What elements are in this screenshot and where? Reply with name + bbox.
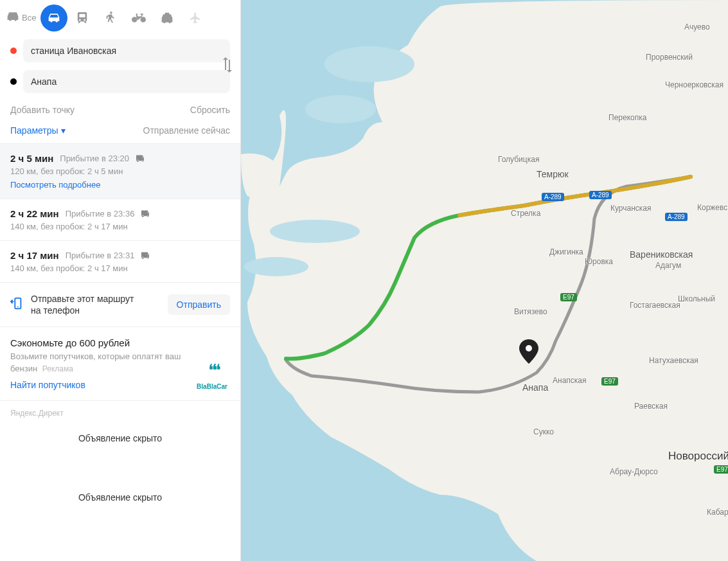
send-text: Отправьте этот маршрут на телефон <box>31 293 134 316</box>
ad-hidden-2: Объявление скрыто <box>10 488 230 522</box>
promo-card[interactable]: Сэкономьте до 600 рублей Возьмите попутч… <box>0 327 240 400</box>
traffic-icon: ⛟ <box>141 209 150 219</box>
route-option[interactable]: 2 ч 5 минПрибытие в 23:20⛟120 км, без пр… <box>0 144 240 199</box>
traffic-icon: ⛟ <box>136 154 145 164</box>
route-sub: 140 км, без пробок: 2 ч 17 мин <box>10 263 230 273</box>
svg-point-4 <box>305 95 376 123</box>
promo-sub: Возьмите попутчиков, которые оплатят ваш… <box>10 351 188 374</box>
mode-all[interactable]: Все <box>6 12 39 23</box>
ad-hidden-1: Объявление скрыто <box>10 429 230 463</box>
route-arrival: Прибытие в 23:20 <box>60 154 129 163</box>
swap-button[interactable] <box>221 56 234 74</box>
promo-brand: BlaBlaCar <box>197 383 227 390</box>
route-sub: 140 км, без пробок: 2 ч 17 мин <box>10 222 230 231</box>
route-sidebar: Все станица Ивановская Анапа <box>0 0 241 561</box>
mode-transit[interactable] <box>69 4 96 31</box>
params-link[interactable]: Параметры ▾ <box>10 125 66 136</box>
route-option[interactable]: 2 ч 17 минПрибытие в 23:31⛟140 км, без п… <box>0 241 240 283</box>
mode-car[interactable] <box>40 4 67 31</box>
add-point-link[interactable]: Добавить точку <box>10 105 75 115</box>
transport-mode-bar: Все <box>0 0 240 35</box>
svg-point-3 <box>324 46 414 82</box>
svg-point-5 <box>270 220 360 243</box>
phone-send-icon <box>10 297 23 313</box>
send-text-line1: Отправьте этот маршрут <box>31 293 134 305</box>
promo-logo: ❝❝ BlaBlaCar <box>194 337 230 389</box>
promo-title: Сэкономьте до 600 рублей <box>10 337 188 348</box>
input-actions: Добавить точку Сбросить <box>0 97 240 120</box>
from-input[interactable]: станица Ивановская <box>23 39 230 62</box>
route-arrival: Прибытие в 23:31 <box>66 251 135 260</box>
route-details-link[interactable]: Посмотреть подробнее <box>10 180 230 190</box>
to-row: Анапа <box>8 66 233 97</box>
route-option[interactable]: 2 ч 22 минПрибытие в 23:36⛟140 км, без п… <box>0 199 240 241</box>
origin-dot-icon <box>10 48 17 54</box>
svg-point-1 <box>17 306 19 307</box>
promo-link[interactable]: Найти попутчиков <box>10 380 188 390</box>
route-time: 2 ч 5 мин <box>10 153 53 164</box>
route-sub: 120 км, без пробок: 2 ч 5 мин <box>10 166 230 176</box>
quote-icon: ❝❝ <box>208 361 216 380</box>
send-text-line2: на телефон <box>31 305 134 316</box>
mode-walk[interactable] <box>97 4 124 31</box>
ad-provider: Яндекс.Директ <box>10 409 230 418</box>
ad-section: Яндекс.Директ Объявление скрыто Объявлен… <box>0 401 240 530</box>
mode-all-label: Все <box>22 13 36 22</box>
route-time: 2 ч 22 мин <box>10 208 59 219</box>
map-viewport[interactable]: ЛебедиНовониколаевскийНовопокровскийЗабо… <box>241 0 728 561</box>
route-time: 2 ч 17 мин <box>10 250 59 261</box>
send-button[interactable]: Отправить <box>168 294 230 315</box>
mode-flight <box>182 4 209 31</box>
mode-bike[interactable] <box>125 4 152 31</box>
traffic-icon: ⛟ <box>141 251 150 261</box>
send-route-panel: Отправьте этот маршрут на телефон Отправ… <box>0 283 240 327</box>
to-input[interactable]: Анапа <box>23 70 230 93</box>
car-icon <box>6 12 19 23</box>
reset-link[interactable]: Сбросить <box>190 105 230 115</box>
route-arrival: Прибытие в 23:36 <box>66 209 135 218</box>
destination-dot-icon <box>10 78 17 85</box>
from-row: станица Ивановская <box>8 35 233 66</box>
route-inputs: станица Ивановская Анапа <box>0 35 240 97</box>
departure-time[interactable]: Отправление сейчас <box>143 125 230 136</box>
map-canvas <box>241 0 728 561</box>
params-row: Параметры ▾ Отправление сейчас <box>0 120 240 144</box>
svg-point-6 <box>244 257 308 276</box>
mode-taxi[interactable] <box>154 4 181 31</box>
route-list: 2 ч 5 минПрибытие в 23:20⛟120 км, без пр… <box>0 144 240 283</box>
